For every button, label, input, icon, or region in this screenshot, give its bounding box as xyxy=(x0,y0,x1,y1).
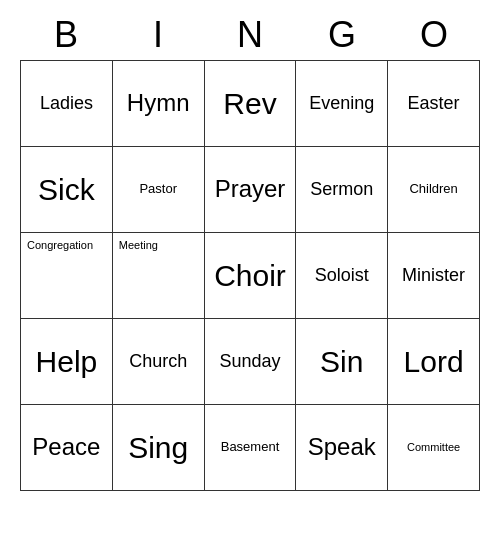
cell-label: Children xyxy=(409,182,457,196)
cell-label: Rev xyxy=(223,87,276,120)
bingo-cell: Sin xyxy=(296,319,388,405)
bingo-cell: Help xyxy=(21,319,113,405)
bingo-cell: Soloist xyxy=(296,233,388,319)
bingo-cell: Sunday xyxy=(205,319,297,405)
bingo-cell: Hymn xyxy=(113,61,205,147)
cell-label: Speak xyxy=(308,434,376,460)
bingo-grid: LadiesHymnRevEveningEasterSickPastorPray… xyxy=(20,60,480,491)
header-letter: G xyxy=(296,10,388,60)
cell-label: Sin xyxy=(320,345,363,378)
bingo-cell: Basement xyxy=(205,405,297,491)
header-letter: N xyxy=(204,10,296,60)
cell-label: Sermon xyxy=(310,180,373,200)
cell-label: Evening xyxy=(309,94,374,114)
bingo-cell: Meeting xyxy=(113,233,205,319)
cell-label: Soloist xyxy=(315,266,369,286)
cell-label: Pastor xyxy=(139,182,177,196)
bingo-cell: Speak xyxy=(296,405,388,491)
bingo-cell: Prayer xyxy=(205,147,297,233)
bingo-cell: Congregation xyxy=(21,233,113,319)
bingo-cell: Pastor xyxy=(113,147,205,233)
bingo-cell: Ladies xyxy=(21,61,113,147)
bingo-cell: Minister xyxy=(388,233,480,319)
cell-label: Easter xyxy=(408,94,460,114)
header-letter: O xyxy=(388,10,480,60)
bingo-cell: Sing xyxy=(113,405,205,491)
bingo-cell: Evening xyxy=(296,61,388,147)
bingo-cell: Sermon xyxy=(296,147,388,233)
bingo-cell: Choir xyxy=(205,233,297,319)
cell-label: Lord xyxy=(404,345,464,378)
cell-label: Peace xyxy=(32,434,100,460)
bingo-cell: Rev xyxy=(205,61,297,147)
cell-label: Meeting xyxy=(119,239,158,251)
bingo-cell: Children xyxy=(388,147,480,233)
cell-label: Ladies xyxy=(40,94,93,114)
bingo-cell: Lord xyxy=(388,319,480,405)
cell-label: Help xyxy=(36,345,98,378)
bingo-cell: Peace xyxy=(21,405,113,491)
header-letter: I xyxy=(112,10,204,60)
bingo-header: BINGO xyxy=(20,10,480,60)
header-letter: B xyxy=(20,10,112,60)
bingo-cell: Committee xyxy=(388,405,480,491)
cell-label: Prayer xyxy=(215,176,286,202)
cell-label: Basement xyxy=(221,440,280,454)
cell-label: Sing xyxy=(128,431,188,464)
cell-label: Committee xyxy=(407,441,460,453)
bingo-cell: Easter xyxy=(388,61,480,147)
bingo-cell: Church xyxy=(113,319,205,405)
cell-label: Congregation xyxy=(27,239,93,251)
bingo-cell: Sick xyxy=(21,147,113,233)
cell-label: Sunday xyxy=(219,352,280,372)
cell-label: Choir xyxy=(214,259,286,292)
cell-label: Hymn xyxy=(127,90,190,116)
cell-label: Minister xyxy=(402,266,465,286)
cell-label: Church xyxy=(129,352,187,372)
cell-label: Sick xyxy=(38,173,95,206)
